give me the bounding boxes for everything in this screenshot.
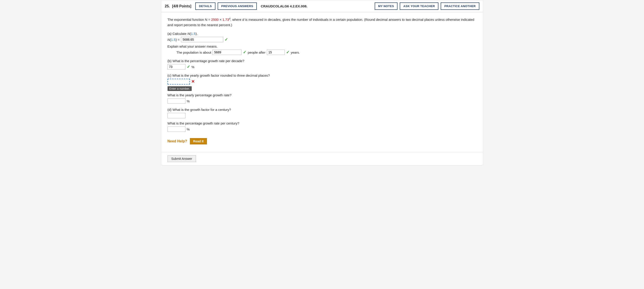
problem-code: CRAUDCOLALG6 4.2.EX.008. (261, 4, 372, 8)
explain-label: Explain what your answer means. (168, 44, 477, 48)
population-check-icon: ✓ (243, 50, 246, 55)
part-c-pct-input[interactable] (168, 98, 186, 104)
read-it-button[interactable]: Read It (190, 138, 207, 144)
header-right: MY NOTES ASK YOUR TEACHER PRACTICE ANOTH… (375, 2, 479, 10)
part-c-pct-label: What is the yearly percentage growth rat… (168, 93, 477, 97)
part-c-cross-icon: ✕ (191, 79, 194, 84)
part-c-input[interactable] (168, 79, 190, 84)
problem-statement: The exponential function N = 2500 × 1.73… (168, 17, 477, 28)
previous-answers-button[interactable]: PREVIOUS ANSWERS (218, 2, 257, 10)
practice-another-button[interactable]: PRACTICE ANOTHER (441, 2, 479, 10)
part-b-percent: % (192, 65, 194, 69)
part-d: (d) What is the growth factor for a cent… (168, 108, 477, 132)
part-d-percent: % (187, 127, 190, 131)
part-d-answer-row (168, 113, 477, 118)
submit-button[interactable]: Submit Answer (168, 155, 196, 162)
part-b-answer-row: ✓ % (168, 64, 477, 69)
part-a-check-icon: ✓ (224, 37, 228, 42)
part-b: (b) What is the percentage growth rate p… (168, 59, 477, 69)
population-input[interactable] (212, 50, 242, 55)
submit-row: Submit Answer (161, 152, 483, 165)
part-b-check-icon: ✓ (187, 64, 190, 69)
part-d-pct-label: What is the percentage growth rate per c… (168, 121, 477, 125)
part-c: (c) What is the yearly growth factor rou… (168, 73, 477, 104)
main-content: The exponential function N = 2500 × 1.73… (161, 12, 483, 152)
part-b-input[interactable] (168, 64, 186, 69)
part-c-label: (c) What is the yearly growth factor rou… (168, 73, 477, 77)
part-c-tooltip: Enter a number. (168, 86, 477, 91)
years-label: years. (291, 50, 300, 54)
header-bar: 25. [4/8 Points] DETAILS PREVIOUS ANSWER… (161, 0, 483, 12)
question-number: 25. [4/8 Points] (165, 4, 192, 8)
people-after-input[interactable] (267, 50, 285, 55)
part-c-pct-row: % (168, 98, 477, 104)
part-a: (a) Calculate N(1.5). N(1.5) = ✓ Explain… (168, 32, 477, 55)
part-c-answer-row: ✕ (168, 79, 477, 84)
part-a-answer-row: N(1.5) = ✓ (168, 37, 477, 42)
part-d-pct-row: % (168, 126, 477, 132)
explain-row: The population is about ✓ people after ✓… (176, 50, 477, 55)
part-a-input[interactable] (181, 37, 223, 42)
part-d-label: (d) What is the growth factor for a cent… (168, 108, 477, 112)
part-d-input[interactable] (168, 113, 186, 118)
part-d-pct-input[interactable] (168, 126, 186, 132)
part-a-prefix: N(1.5) = (168, 38, 180, 41)
need-help-row: Need Help? Read It (168, 138, 477, 144)
part-a-label: (a) Calculate N(1.5). (168, 32, 477, 35)
population-prefix: The population is about (176, 50, 212, 54)
people-check-icon: ✓ (286, 50, 290, 55)
part-b-label: (b) What is the percentage growth rate p… (168, 59, 477, 63)
details-button[interactable]: DETAILS (195, 2, 215, 10)
my-notes-button[interactable]: MY NOTES (375, 2, 398, 10)
need-help-label: Need Help? (168, 139, 187, 143)
ask-teacher-button[interactable]: ASK YOUR TEACHER (400, 2, 438, 10)
part-c-percent: % (187, 99, 190, 103)
people-after-label: people after (248, 50, 265, 54)
